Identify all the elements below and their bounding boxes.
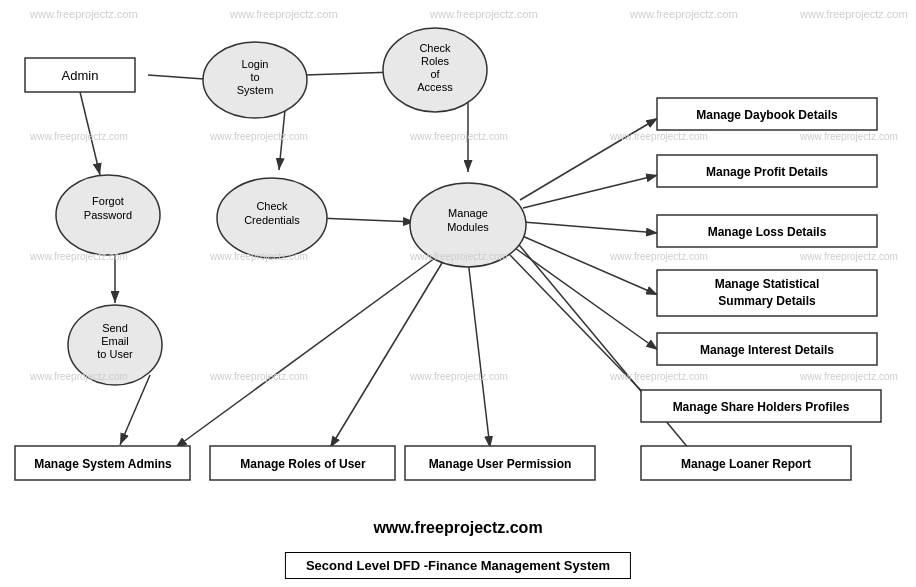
admin-label: Admin — [62, 68, 99, 83]
wm-20: www.freeprojectz.com — [799, 371, 898, 382]
website-footer: www.freeprojectz.com — [0, 519, 916, 537]
svg-text:Password: Password — [84, 209, 132, 221]
wm-10: www.freeprojectz.com — [799, 131, 898, 142]
wm-17: www.freeprojectz.com — [209, 371, 308, 382]
wm-16: www.freeprojectz.com — [29, 371, 128, 382]
login-label: Login — [242, 58, 269, 70]
svg-line-8 — [120, 375, 150, 445]
manage-loss-label: Manage Loss Details — [708, 225, 827, 239]
wm-11: www.freeprojectz.com — [29, 251, 128, 262]
wm-19: www.freeprojectz.com — [609, 371, 708, 382]
svg-line-14 — [523, 175, 658, 208]
svg-line-6 — [318, 218, 415, 222]
svg-text:Roles: Roles — [421, 55, 450, 67]
svg-text:Manage: Manage — [448, 207, 488, 219]
manage-statistical-label1: Manage Statistical — [715, 277, 820, 291]
svg-line-9 — [175, 258, 435, 448]
svg-line-4 — [305, 72, 395, 75]
wm-18: www.freeprojectz.com — [409, 371, 508, 382]
svg-text:Modules: Modules — [447, 221, 489, 233]
svg-text:Send: Send — [102, 322, 128, 334]
wm-8: www.freeprojectz.com — [409, 131, 508, 142]
svg-text:Forgot: Forgot — [92, 195, 124, 207]
wm-12: www.freeprojectz.com — [209, 251, 308, 262]
svg-line-10 — [330, 258, 445, 448]
manage-loaner-label: Manage Loaner Report — [681, 457, 811, 471]
manage-interest-label: Manage Interest Details — [700, 343, 834, 357]
manage-system-label: Manage System Admins — [34, 457, 172, 471]
wm-14: www.freeprojectz.com — [609, 251, 708, 262]
manage-user-perm-label: Manage User Permission — [429, 457, 572, 471]
svg-text:System: System — [237, 84, 274, 96]
diagram-container: www.freeprojectz.com www.freeprojectz.co… — [0, 0, 916, 587]
svg-text:to: to — [250, 71, 259, 83]
svg-text:to User: to User — [97, 348, 133, 360]
manage-statistical-label2: Summary Details — [718, 294, 816, 308]
svg-text:Credentials: Credentials — [244, 214, 300, 226]
svg-line-11 — [468, 260, 490, 448]
manage-share-label: Manage Share Holders Profiles — [673, 400, 850, 414]
dfd-diagram: Admin Login to System Check Roles of Acc… — [0, 0, 916, 587]
svg-text:Email: Email — [101, 335, 129, 347]
wm-7: www.freeprojectz.com — [209, 131, 308, 142]
wm-13: www.freeprojectz.com — [409, 251, 508, 262]
wm-9: www.freeprojectz.com — [609, 131, 708, 142]
wm-15: www.freeprojectz.com — [799, 251, 898, 262]
wm-6: www.freeprojectz.com — [29, 131, 128, 142]
svg-text:Access: Access — [417, 81, 453, 93]
manage-profit-label: Manage Profit Details — [706, 165, 828, 179]
manage-daybook-label: Manage Daybook Details — [696, 108, 838, 122]
svg-text:Check: Check — [419, 42, 451, 54]
svg-text:Check: Check — [256, 200, 288, 212]
manage-roles-label: Manage Roles of User — [240, 457, 366, 471]
svg-text:of: of — [430, 68, 440, 80]
diagram-title: Second Level DFD -Finance Management Sys… — [285, 552, 631, 579]
svg-line-15 — [523, 222, 658, 233]
svg-line-18 — [510, 255, 658, 408]
